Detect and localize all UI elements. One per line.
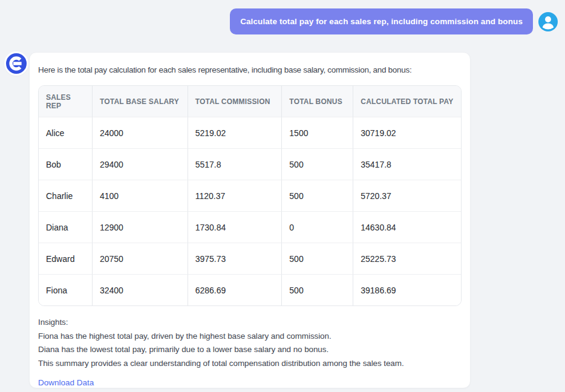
table-cell: 30719.02 <box>353 117 461 148</box>
table-cell: 1730.84 <box>188 211 282 243</box>
table-cell: 39186.69 <box>353 274 461 305</box>
e-logo-icon <box>6 53 27 74</box>
user-person-icon <box>538 12 558 31</box>
table-cell: 3975.73 <box>188 243 282 274</box>
table-cell: 0 <box>281 211 353 243</box>
assistant-avatar <box>4 51 28 76</box>
table-cell: 12900 <box>92 211 188 243</box>
insights-block: Insights: Fiona has the highest total pa… <box>38 316 462 370</box>
insights-heading: Insights: <box>38 316 462 330</box>
col-header-calculated-total-pay: CALCULATED TOTAL PAY <box>353 86 461 117</box>
table-cell: 4100 <box>92 180 188 211</box>
table-cell: Diana <box>39 211 92 243</box>
table-cell: 32400 <box>92 274 188 305</box>
table-cell: Edward <box>39 243 92 274</box>
table-cell: 29400 <box>92 148 188 180</box>
table-cell: 500 <box>281 180 353 211</box>
col-header-sales-rep: SALES REP <box>39 86 92 117</box>
table-cell: 500 <box>281 274 353 305</box>
insight-line: Diana has the lowest total pay, primaril… <box>38 343 462 357</box>
table-cell: 20750 <box>92 243 188 274</box>
insight-line: This summary provides a clear understand… <box>38 357 462 371</box>
table-row: Charlie 4100 1120.37 500 5720.37 <box>39 180 461 211</box>
table-cell: 500 <box>281 148 353 180</box>
assistant-message-card: Here is the total pay calculation for ea… <box>29 52 471 388</box>
table-header-row: SALES REP TOTAL BASE SALARY TOTAL COMMIS… <box>39 86 461 117</box>
table-row: Alice 24000 5219.02 1500 30719.02 <box>39 117 461 148</box>
table-cell: 24000 <box>92 117 188 148</box>
download-data-link[interactable]: Download Data <box>38 378 94 387</box>
col-header-total-base-salary: TOTAL BASE SALARY <box>92 86 188 117</box>
table-cell: 25225.73 <box>353 243 461 274</box>
table-cell: 5720.37 <box>353 180 461 211</box>
pay-table: SALES REP TOTAL BASE SALARY TOTAL COMMIS… <box>39 86 461 305</box>
table-cell: Bob <box>39 148 92 180</box>
table-cell: 35417.8 <box>353 148 461 180</box>
table-row: Diana 12900 1730.84 0 14630.84 <box>39 211 461 243</box>
col-header-total-commission: TOTAL COMMISSION <box>188 86 282 117</box>
table-row: Edward 20750 3975.73 500 25225.73 <box>39 243 461 274</box>
table-cell: Alice <box>39 117 92 148</box>
user-message-bubble: Calculate total pay for each sales rep, … <box>230 8 533 34</box>
intro-text: Here is the total pay calculation for ea… <box>38 64 462 76</box>
chat-page: Calculate total pay for each sales rep, … <box>0 0 565 392</box>
table-cell: 1500 <box>281 117 353 148</box>
col-header-total-bonus: TOTAL BONUS <box>281 86 353 117</box>
table-cell: Charlie <box>39 180 92 211</box>
table-cell: 6286.69 <box>188 274 282 305</box>
table-cell: 5219.02 <box>188 117 282 148</box>
table-cell: 5517.8 <box>188 148 282 180</box>
table-cell: 500 <box>281 243 353 274</box>
user-avatar <box>538 12 558 31</box>
table-cell: 14630.84 <box>353 211 461 243</box>
table-cell: Fiona <box>39 274 92 305</box>
table-row: Fiona 32400 6286.69 500 39186.69 <box>39 274 461 305</box>
user-message-row: Calculate total pay for each sales rep, … <box>230 8 558 34</box>
table-row: Bob 29400 5517.8 500 35417.8 <box>39 148 461 180</box>
table-cell: 1120.37 <box>188 180 282 211</box>
insight-line: Fiona has the highest total pay, driven … <box>38 330 462 344</box>
pay-table-container: SALES REP TOTAL BASE SALARY TOTAL COMMIS… <box>38 85 462 306</box>
